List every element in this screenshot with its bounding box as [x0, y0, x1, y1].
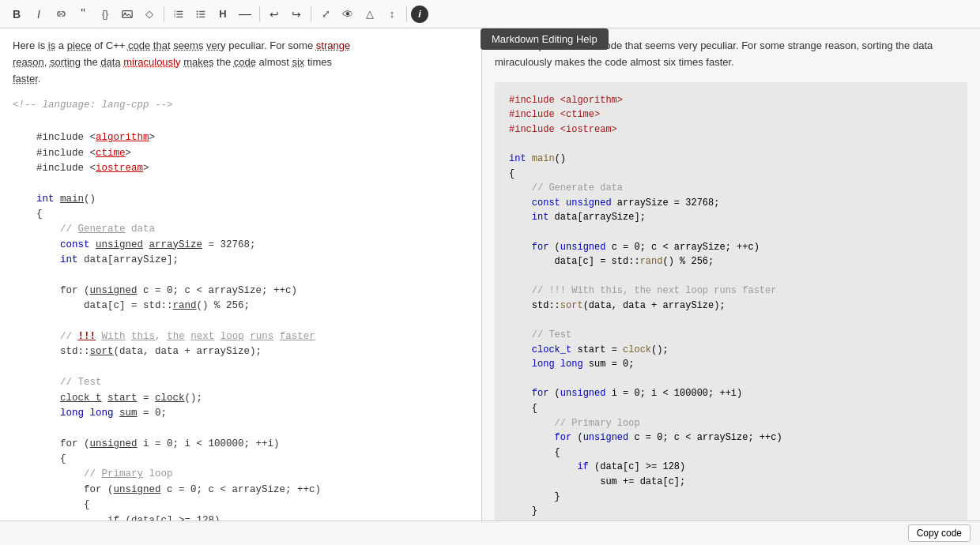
svg-point-10 — [197, 16, 198, 17]
blockquote-button[interactable]: " — [73, 4, 93, 24]
code-block-button[interactable]: ◇ — [139, 4, 160, 24]
heading-button[interactable]: H — [213, 4, 233, 24]
toolbar: B I " {} ◇ 1.2.3. H — ↩ ↪ ⤢ 👁 △ ↕ i — [0, 0, 980, 28]
hr-button[interactable]: — — [235, 4, 255, 24]
copy-code-bar: Copy code — [0, 521, 980, 545]
image-button[interactable] — [117, 4, 138, 24]
markdown-help-tooltip: Markdown Editing Help — [481, 28, 609, 50]
svg-text:3.: 3. — [174, 15, 176, 18]
triangle-button[interactable]: △ — [360, 4, 380, 24]
info-button[interactable]: i — [411, 6, 428, 23]
sep2 — [259, 6, 260, 22]
sep3 — [311, 6, 311, 22]
preview-button[interactable]: 👁 — [337, 4, 358, 24]
undo-button[interactable]: ↩ — [264, 4, 285, 24]
lang-comment: <!-- language: lang-cpp --> — [13, 98, 469, 113]
editor-code: <!-- language: lang-cpp --> #include <al… — [13, 98, 469, 521]
redo-button[interactable]: ↪ — [286, 4, 307, 24]
svg-point-8 — [197, 10, 198, 12]
inline-code-button[interactable]: {} — [95, 4, 115, 24]
sep4 — [406, 6, 407, 22]
link-button[interactable] — [51, 4, 71, 24]
unordered-list-button[interactable] — [190, 4, 211, 24]
svg-point-9 — [197, 13, 198, 14]
copy-code-button[interactable]: Copy code — [908, 524, 971, 542]
rendered-code-block: #include <algorithm> #include <ctime> #i… — [495, 82, 967, 521]
bold-button[interactable]: B — [6, 4, 27, 24]
italic-button[interactable]: I — [28, 4, 49, 24]
sep1 — [164, 6, 164, 22]
ordered-list-button[interactable]: 1.2.3. — [168, 4, 189, 24]
rendered-pane[interactable]: Here is a piece of C++ code that seems v… — [482, 28, 980, 521]
tooltip-text: Markdown Editing Help — [492, 33, 597, 45]
arrow-updown-button[interactable]: ↕ — [382, 4, 402, 24]
editor-pane[interactable]: Here is is a piece of C++ code that seem… — [0, 28, 482, 521]
editor-prose: Here is is a piece of C++ code that seem… — [13, 38, 469, 87]
main-content: Here is is a piece of C++ code that seem… — [0, 28, 980, 521]
special1-button[interactable]: ⤢ — [315, 4, 336, 24]
